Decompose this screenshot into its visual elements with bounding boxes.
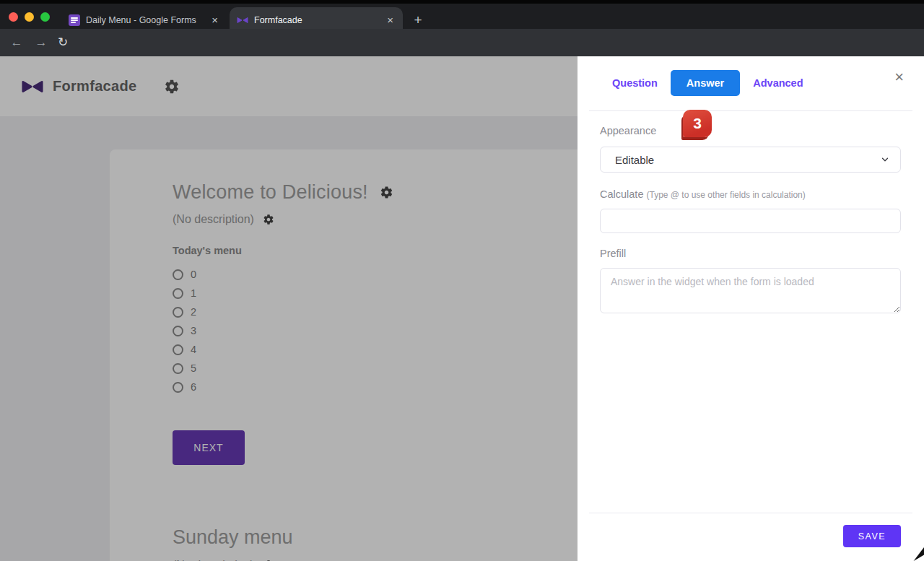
tab-question[interactable]: Question — [611, 70, 659, 96]
formfacade-favicon-icon — [237, 16, 248, 25]
radio-option-label: 3 — [191, 325, 196, 336]
title-settings-gear-icon[interactable] — [380, 186, 393, 199]
back-icon[interactable]: ← — [9, 35, 25, 51]
radio-icon[interactable] — [173, 269, 183, 280]
radio-option[interactable]: 0 — [173, 265, 578, 284]
section-title: Sunday menu — [173, 526, 578, 549]
calculate-input[interactable] — [600, 209, 901, 233]
chevron-down-icon — [880, 155, 890, 165]
form-description: (No description) — [173, 213, 254, 226]
brand-name: Formfacade — [53, 78, 136, 95]
radio-option[interactable]: 4 — [173, 340, 578, 359]
reload-icon[interactable]: ↻ — [55, 35, 71, 51]
radio-option-label: 4 — [191, 344, 196, 355]
calculate-hint: (Type @ to use other fields in calculati… — [646, 190, 805, 200]
form-card: Welcome to Delicious! (No description) T… — [110, 149, 578, 561]
new-tab-button[interactable]: + — [410, 12, 426, 28]
next-button[interactable]: NEXT — [173, 430, 245, 465]
google-forms-icon — [69, 14, 80, 26]
appearance-selected-value: Editable — [615, 154, 880, 166]
app-header: Formfacade — [0, 56, 578, 116]
window-minimize-button[interactable] — [25, 12, 34, 22]
answer-settings-panel: Question Answer Advanced × 3 Appearance … — [578, 56, 924, 561]
radio-option-label: 0 — [191, 269, 196, 280]
window-zoom-button[interactable] — [40, 12, 50, 22]
radio-option[interactable]: 6 — [173, 378, 578, 396]
divider — [589, 513, 912, 513]
radio-option[interactable]: 1 — [173, 284, 578, 303]
radio-icon[interactable] — [173, 344, 183, 355]
radio-option-label: 1 — [191, 287, 196, 299]
question-label: Today's menu — [173, 245, 578, 256]
browser-toolbar: ← → ↻ formfacade.com/edit/10139775342563… — [0, 29, 924, 56]
tab-title: Formfacade — [254, 15, 379, 25]
forward-icon[interactable]: → — [33, 35, 49, 51]
radio-icon[interactable] — [173, 382, 183, 393]
settings-gear-icon[interactable] — [164, 79, 180, 95]
radio-option[interactable]: 5 — [173, 359, 578, 378]
prefill-textarea[interactable] — [600, 268, 901, 313]
radio-icon[interactable] — [173, 326, 183, 336]
prefill-label: Prefill — [600, 248, 626, 259]
window-close-button[interactable] — [9, 12, 18, 22]
browser-tabstrip: Daily Menu - Google Forms × Formfacade ×… — [0, 0, 924, 29]
formfacade-logo-icon — [22, 79, 43, 94]
tab-advanced[interactable]: Advanced — [751, 70, 804, 96]
panel-tabs: Question Answer Advanced — [611, 70, 805, 96]
appearance-label: Appearance — [600, 125, 656, 136]
tab-title: Daily Menu - Google Forms — [86, 15, 204, 25]
radio-option[interactable]: 2 — [173, 303, 578, 321]
radio-icon[interactable] — [173, 288, 183, 299]
radio-icon[interactable] — [173, 363, 183, 374]
radio-icon[interactable] — [173, 307, 183, 318]
window-controls — [9, 12, 50, 22]
radio-options-list: 0123456 — [173, 265, 578, 396]
radio-option-label: 6 — [191, 381, 196, 393]
step-3-badge: 3 — [683, 110, 712, 137]
description-settings-gear-icon[interactable] — [263, 214, 274, 225]
form-preview-region: Formfacade Welcome to Delicious! (No des… — [0, 56, 578, 561]
close-icon[interactable]: × — [894, 69, 904, 85]
radio-option-label: 2 — [191, 306, 196, 318]
divider — [589, 110, 912, 111]
save-button[interactable]: SAVE — [843, 525, 901, 547]
tab-answer[interactable]: Answer — [671, 70, 740, 96]
calculate-label: Calculate (Type @ to use other fields in… — [600, 188, 806, 200]
form-title: Welcome to Delicious! — [173, 181, 368, 204]
appearance-select[interactable]: Editable — [600, 147, 901, 173]
tab-close-icon[interactable]: × — [385, 14, 396, 25]
radio-option[interactable]: 3 — [173, 321, 578, 340]
radio-option-label: 5 — [191, 362, 196, 374]
tab-close-icon[interactable]: × — [209, 14, 220, 25]
